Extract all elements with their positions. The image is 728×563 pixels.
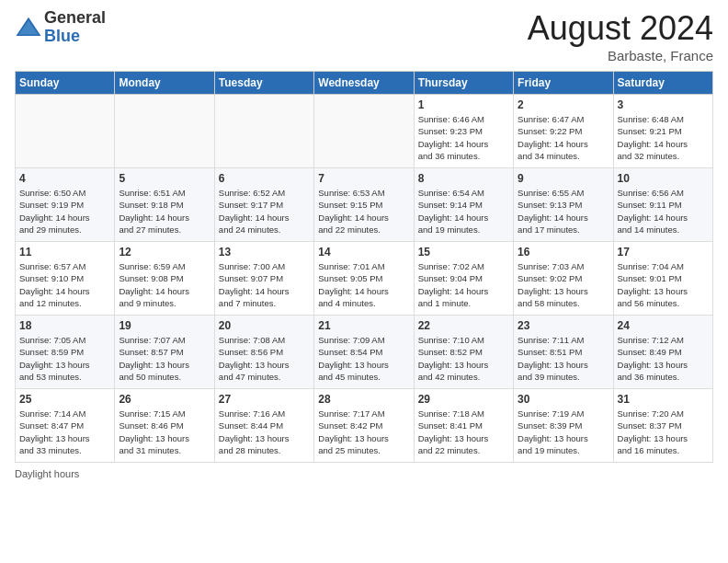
day-info: Sunrise: 7:17 AM Sunset: 8:42 PM Dayligh… — [318, 408, 409, 456]
day-number: 14 — [318, 246, 409, 259]
day-number: 7 — [318, 172, 409, 185]
calendar-cell: 19Sunrise: 7:07 AM Sunset: 8:57 PM Dayli… — [115, 316, 214, 389]
calendar-cell: 7Sunrise: 6:53 AM Sunset: 9:15 PM Daylig… — [314, 168, 414, 242]
day-info: Sunrise: 7:03 AM Sunset: 9:02 PM Dayligh… — [518, 260, 609, 309]
day-info: Sunrise: 6:46 AM Sunset: 9:23 PM Dayligh… — [418, 113, 509, 162]
calendar-cell: 11Sunrise: 6:57 AM Sunset: 9:10 PM Dayli… — [16, 242, 115, 316]
day-info: Sunrise: 7:14 AM Sunset: 8:47 PM Dayligh… — [19, 408, 110, 456]
calendar-cell: 12Sunrise: 6:59 AM Sunset: 9:08 PM Dayli… — [115, 242, 214, 316]
calendar-week-4: 25Sunrise: 7:14 AM Sunset: 8:47 PM Dayli… — [16, 389, 713, 463]
day-number: 24 — [618, 319, 709, 332]
day-number: 15 — [418, 246, 509, 259]
day-info: Sunrise: 7:07 AM Sunset: 8:57 PM Dayligh… — [119, 334, 210, 383]
day-info: Sunrise: 6:48 AM Sunset: 9:21 PM Dayligh… — [618, 113, 709, 162]
day-number: 16 — [518, 246, 609, 259]
calendar-cell: 15Sunrise: 7:02 AM Sunset: 9:04 PM Dayli… — [414, 242, 513, 316]
logo-general-text: General — [44, 9, 106, 28]
day-number: 2 — [518, 98, 609, 111]
calendar-week-0: 1Sunrise: 6:46 AM Sunset: 9:23 PM Daylig… — [16, 95, 713, 168]
day-info: Sunrise: 6:53 AM Sunset: 9:15 PM Dayligh… — [318, 187, 409, 236]
logo-text: General Blue — [44, 9, 106, 46]
day-info: Sunrise: 7:02 AM Sunset: 9:04 PM Dayligh… — [418, 260, 509, 309]
calendar-cell: 4Sunrise: 6:50 AM Sunset: 9:19 PM Daylig… — [16, 168, 115, 242]
logo-icon — [15, 14, 42, 41]
calendar-body: 1Sunrise: 6:46 AM Sunset: 9:23 PM Daylig… — [16, 95, 713, 463]
day-info: Sunrise: 6:55 AM Sunset: 9:13 PM Dayligh… — [518, 187, 609, 236]
title-block: August 2024 Barbaste, France — [528, 9, 713, 63]
calendar-cell: 10Sunrise: 6:56 AM Sunset: 9:11 PM Dayli… — [613, 168, 712, 242]
day-info: Sunrise: 7:10 AM Sunset: 8:52 PM Dayligh… — [418, 334, 509, 383]
calendar-cell — [314, 95, 414, 168]
logo: General Blue — [15, 9, 106, 46]
calendar-cell: 17Sunrise: 7:04 AM Sunset: 9:01 PM Dayli… — [613, 242, 712, 316]
day-info: Sunrise: 7:19 AM Sunset: 8:39 PM Dayligh… — [518, 408, 609, 456]
calendar-cell: 31Sunrise: 7:20 AM Sunset: 8:37 PM Dayli… — [613, 389, 712, 463]
day-number: 28 — [318, 393, 409, 406]
calendar-week-1: 4Sunrise: 6:50 AM Sunset: 9:19 PM Daylig… — [16, 168, 713, 242]
day-number: 4 — [19, 172, 110, 185]
day-info: Sunrise: 6:57 AM Sunset: 9:10 PM Dayligh… — [19, 260, 110, 309]
day-info: Sunrise: 7:11 AM Sunset: 8:51 PM Dayligh… — [518, 334, 609, 383]
day-number: 12 — [119, 246, 210, 259]
day-info: Sunrise: 6:59 AM Sunset: 9:08 PM Dayligh… — [119, 260, 210, 309]
day-number: 20 — [219, 319, 310, 332]
calendar-cell: 26Sunrise: 7:15 AM Sunset: 8:46 PM Dayli… — [115, 389, 214, 463]
day-number: 19 — [119, 319, 210, 332]
calendar-cell: 25Sunrise: 7:14 AM Sunset: 8:47 PM Dayli… — [16, 389, 115, 463]
location: Barbaste, France — [528, 48, 713, 63]
footer: Daylight hours — [15, 468, 713, 479]
day-number: 5 — [119, 172, 210, 185]
header-saturday: Saturday — [613, 72, 712, 95]
calendar-cell — [115, 95, 214, 168]
day-number: 25 — [19, 393, 110, 406]
calendar-cell: 24Sunrise: 7:12 AM Sunset: 8:49 PM Dayli… — [613, 316, 712, 389]
calendar-week-2: 11Sunrise: 6:57 AM Sunset: 9:10 PM Dayli… — [16, 242, 713, 316]
day-number: 17 — [618, 246, 709, 259]
calendar-cell: 9Sunrise: 6:55 AM Sunset: 9:13 PM Daylig… — [514, 168, 613, 242]
day-number: 26 — [119, 393, 210, 406]
month-title: August 2024 — [528, 9, 713, 48]
day-info: Sunrise: 6:52 AM Sunset: 9:17 PM Dayligh… — [219, 187, 310, 236]
header-tuesday: Tuesday — [214, 72, 313, 95]
day-number: 9 — [518, 172, 609, 185]
calendar-cell: 13Sunrise: 7:00 AM Sunset: 9:07 PM Dayli… — [214, 242, 313, 316]
day-number: 18 — [19, 319, 110, 332]
day-number: 21 — [318, 319, 409, 332]
day-number: 3 — [618, 98, 709, 111]
day-info: Sunrise: 7:08 AM Sunset: 8:56 PM Dayligh… — [219, 334, 310, 383]
day-info: Sunrise: 7:16 AM Sunset: 8:44 PM Dayligh… — [219, 408, 310, 456]
header-wednesday: Wednesday — [314, 72, 414, 95]
calendar-cell: 18Sunrise: 7:05 AM Sunset: 8:59 PM Dayli… — [16, 316, 115, 389]
calendar-cell — [214, 95, 313, 168]
calendar-cell: 1Sunrise: 6:46 AM Sunset: 9:23 PM Daylig… — [414, 95, 513, 168]
calendar-cell: 23Sunrise: 7:11 AM Sunset: 8:51 PM Dayli… — [514, 316, 613, 389]
day-number: 11 — [19, 246, 110, 259]
day-number: 13 — [219, 246, 310, 259]
day-info: Sunrise: 7:04 AM Sunset: 9:01 PM Dayligh… — [618, 260, 709, 309]
day-info: Sunrise: 6:56 AM Sunset: 9:11 PM Dayligh… — [618, 187, 709, 236]
day-info: Sunrise: 6:47 AM Sunset: 9:22 PM Dayligh… — [518, 113, 609, 162]
day-number: 30 — [518, 393, 609, 406]
calendar-cell: 22Sunrise: 7:10 AM Sunset: 8:52 PM Dayli… — [414, 316, 513, 389]
calendar-cell: 8Sunrise: 6:54 AM Sunset: 9:14 PM Daylig… — [414, 168, 513, 242]
day-number: 1 — [418, 98, 509, 111]
day-number: 10 — [618, 172, 709, 185]
calendar-cell: 6Sunrise: 6:52 AM Sunset: 9:17 PM Daylig… — [214, 168, 313, 242]
logo-blue-text: Blue — [44, 28, 106, 46]
calendar-cell — [16, 95, 115, 168]
day-info: Sunrise: 6:54 AM Sunset: 9:14 PM Dayligh… — [418, 187, 509, 236]
calendar-cell: 29Sunrise: 7:18 AM Sunset: 8:41 PM Dayli… — [414, 389, 513, 463]
page: General Blue August 2024 Barbaste, Franc… — [0, 0, 728, 563]
calendar-cell: 27Sunrise: 7:16 AM Sunset: 8:44 PM Dayli… — [214, 389, 313, 463]
header-friday: Friday — [514, 72, 613, 95]
calendar-cell: 28Sunrise: 7:17 AM Sunset: 8:42 PM Dayli… — [314, 389, 414, 463]
day-number: 8 — [418, 172, 509, 185]
day-info: Sunrise: 7:05 AM Sunset: 8:59 PM Dayligh… — [19, 334, 110, 383]
day-info: Sunrise: 7:09 AM Sunset: 8:54 PM Dayligh… — [318, 334, 409, 383]
calendar-cell: 16Sunrise: 7:03 AM Sunset: 9:02 PM Dayli… — [514, 242, 613, 316]
calendar-cell: 3Sunrise: 6:48 AM Sunset: 9:21 PM Daylig… — [613, 95, 712, 168]
day-info: Sunrise: 7:12 AM Sunset: 8:49 PM Dayligh… — [618, 334, 709, 383]
header-sunday: Sunday — [16, 72, 115, 95]
daylight-label: Daylight hours — [15, 468, 79, 479]
header-thursday: Thursday — [414, 72, 513, 95]
